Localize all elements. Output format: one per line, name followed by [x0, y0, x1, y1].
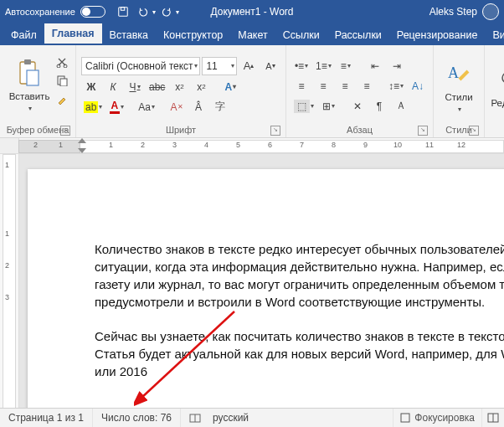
subscript-button[interactable]: x2 [169, 79, 189, 95]
autosave-toggle[interactable]: Автосохранение [5, 6, 105, 18]
ribbon: Вставить ▾ Буфер обмена ↘ Cali [0, 45, 504, 138]
tab-view[interactable]: Вид [485, 25, 504, 45]
save-icon[interactable] [114, 3, 132, 21]
font-color-button[interactable]: A▾ [106, 99, 126, 116]
paste-label: Вставить [9, 91, 50, 101]
multilevel-button[interactable]: ≡▾ [336, 58, 356, 75]
user-name[interactable]: Aleks Step [429, 6, 477, 18]
align-right-button[interactable]: ≡ [335, 78, 355, 95]
title-bar: Автосохранение ▾ ▾ Документ1 - Word Alek… [0, 0, 504, 23]
strikethrough-button[interactable]: abc [147, 79, 167, 95]
enclose-button[interactable]: 字 [210, 99, 230, 116]
tab-file[interactable]: Файл [3, 25, 44, 45]
styles-label: Стили [445, 92, 472, 102]
numbering-button[interactable]: 1≡▾ [313, 58, 334, 75]
font-launcher[interactable]: ↘ [270, 126, 280, 136]
focus-icon [400, 413, 410, 423]
text-effects-button[interactable]: A▾ [220, 79, 240, 95]
group-styles: Стили ↘ [439, 123, 479, 137]
status-proofing[interactable] [181, 409, 209, 427]
group-clipboard: Буфер обмена ↘ [5, 123, 70, 137]
grow-font-button[interactable]: A▴ [239, 58, 259, 75]
editing-label: Редакти [491, 98, 504, 108]
font-size-combo[interactable]: 11▾ [202, 57, 237, 75]
paragraph-2[interactable]: Сейчас вы узнаете, как посчитать количес… [95, 327, 504, 380]
asian-layout-button[interactable]: Ａ [391, 98, 411, 115]
phonetic-button[interactable]: Â [188, 99, 208, 116]
superscript-button[interactable]: x2 [191, 79, 211, 95]
first-line-indent[interactable] [78, 138, 86, 143]
justify-button[interactable]: ≡ [357, 78, 377, 95]
qat-customize[interactable]: ▾ [176, 8, 179, 16]
status-language[interactable]: русский [209, 409, 257, 427]
styles-icon: A [444, 59, 474, 89]
tab-home[interactable]: Главная [44, 23, 102, 45]
read-mode-button[interactable] [481, 409, 504, 427]
decrease-indent-button[interactable]: ⇤ [365, 58, 385, 75]
undo-dropdown[interactable]: ▾ [152, 8, 156, 16]
hanging-indent[interactable] [78, 148, 86, 153]
paste-button[interactable]: Вставить ▾ [5, 49, 54, 121]
italic-button[interactable]: К [103, 79, 123, 95]
tab-insert[interactable]: Вставка [102, 25, 156, 45]
ruler-horizontal[interactable]: 2 1 1 2 3 4 5 6 7 8 9 10 11 12 [0, 138, 504, 154]
ruler-vertical[interactable]: 1 1 2 3 [0, 154, 19, 410]
group-editing [490, 123, 504, 137]
avatar[interactable] [482, 3, 499, 20]
tab-references[interactable]: Ссылки [275, 25, 327, 45]
tab-review[interactable]: Рецензирование [389, 25, 486, 45]
show-marks-button[interactable]: ¶ [369, 98, 389, 115]
book-icon [189, 412, 201, 424]
change-case-button[interactable]: Aa▾ [136, 99, 157, 116]
document-scroll[interactable]: Количество знаков в тексте редко интерес… [19, 154, 504, 410]
copy-button[interactable] [54, 72, 70, 89]
focus-mode-button[interactable]: Фокусировка [393, 409, 481, 427]
clear-format-button[interactable]: A✕ [167, 99, 187, 116]
svg-rect-0 [119, 8, 128, 17]
align-left-button[interactable]: ≡ [291, 78, 311, 95]
undo-button[interactable] [134, 3, 152, 21]
clipboard-launcher[interactable]: ↘ [60, 126, 70, 136]
find-icon [494, 64, 504, 95]
bullets-button[interactable]: •≡▾ [291, 58, 311, 75]
autosave-label: Автосохранение [5, 7, 75, 17]
status-bar: Страница 1 из 1 Число слов: 76 русский Ф… [0, 408, 504, 427]
svg-rect-12 [401, 414, 409, 422]
tab-mailings[interactable]: Рассылки [327, 25, 389, 45]
shading-button[interactable]: ⬚▾ [291, 98, 316, 115]
group-font: Шрифт ↘ [81, 123, 280, 137]
tab-design[interactable]: Конструктор [156, 25, 230, 45]
text-direction-button[interactable]: ✕ [347, 98, 368, 115]
page[interactable]: Количество знаков в тексте редко интерес… [28, 169, 504, 410]
cut-button[interactable] [54, 54, 70, 70]
paragraph-launcher[interactable]: ↘ [418, 126, 428, 136]
font-family-combo[interactable]: Calibri (Основной текст▾ [81, 57, 200, 75]
toggle-icon [80, 6, 105, 18]
tab-layout[interactable]: Макет [230, 25, 275, 45]
status-page[interactable]: Страница 1 из 1 [0, 409, 93, 427]
group-paragraph: Абзац ↘ [291, 123, 428, 137]
shrink-font-button[interactable]: A▾ [260, 58, 280, 75]
bold-button[interactable]: Ж [81, 79, 101, 95]
work-area: 1 1 2 3 Количество знаков в тексте редко… [0, 154, 504, 410]
underline-button[interactable]: Ч▾ [125, 79, 145, 95]
editing-button[interactable]: Редакти [490, 53, 504, 120]
redo-button[interactable] [157, 3, 176, 21]
line-spacing-button[interactable]: ↕≡▾ [386, 78, 406, 95]
svg-rect-3 [24, 59, 31, 64]
increase-indent-button[interactable]: ⇥ [387, 58, 407, 75]
status-word-count[interactable]: Число слов: 76 [93, 409, 181, 427]
svg-text:A: A [448, 64, 459, 81]
sort-button[interactable]: A↓ [408, 78, 428, 95]
format-painter-button[interactable] [54, 90, 70, 107]
svg-rect-1 [121, 8, 124, 11]
borders-button[interactable]: ⊞▾ [318, 98, 338, 115]
styles-button[interactable]: A Стили ▾ [439, 53, 479, 120]
styles-launcher[interactable]: ↘ [469, 126, 479, 136]
quick-access-toolbar: ▾ ▾ [114, 3, 179, 21]
align-center-button[interactable]: ≡ [313, 78, 333, 95]
ribbon-tabs: Файл Главная Вставка Конструктор Макет С… [0, 23, 504, 45]
highlight-button[interactable]: ab▾ [81, 99, 105, 116]
window-title: Документ1 - Word [210, 6, 293, 18]
paragraph-1[interactable]: Количество знаков в тексте редко интерес… [95, 240, 504, 311]
